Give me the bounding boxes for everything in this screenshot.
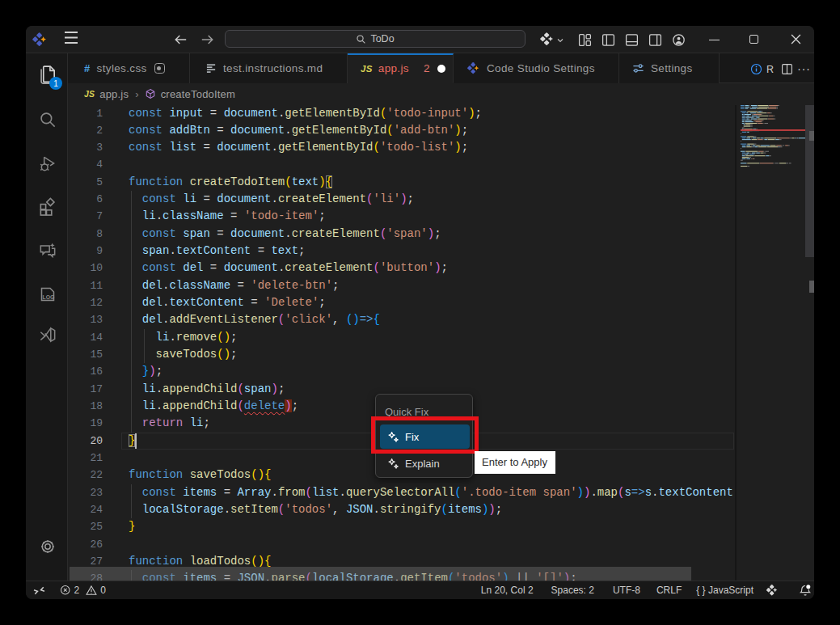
- svg-text:LOG: LOG: [43, 294, 55, 300]
